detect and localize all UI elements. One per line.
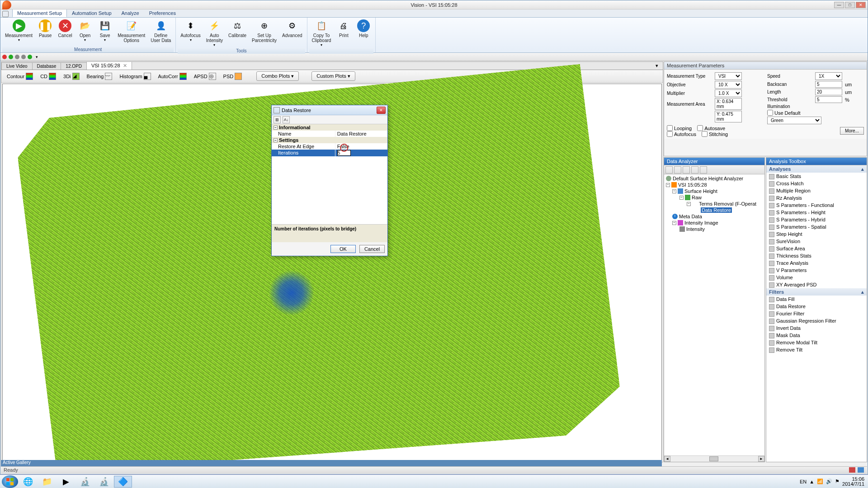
h-scrollbar[interactable]: ◄► xyxy=(664,455,764,462)
minimize-button[interactable]: — xyxy=(834,2,844,8)
da-tool-icon[interactable] xyxy=(665,166,673,174)
categorize-icon[interactable]: ⊞ xyxy=(274,116,281,123)
tool-item[interactable]: Cross Hatch xyxy=(766,180,867,187)
custom-plots-button[interactable]: Custom Plots ▾ xyxy=(311,71,355,81)
measurement-button[interactable]: ▶Measurement▾ xyxy=(2,19,35,47)
tab-preferences[interactable]: Preferences xyxy=(144,9,181,17)
systray-icon[interactable]: ⚑ xyxy=(835,479,840,484)
prop-row-name[interactable]: NameData Restore xyxy=(272,131,387,137)
save-button[interactable]: 💾Save▾ xyxy=(95,19,115,47)
autofocus-check[interactable]: Autofocus xyxy=(667,131,696,137)
doc-tab-live-video[interactable]: Live Video xyxy=(1,62,33,70)
advanced-button[interactable]: ⚙Advanced xyxy=(279,19,305,48)
close-tab-icon[interactable]: ✕ xyxy=(123,63,127,68)
tool-item[interactable]: Data Fill xyxy=(766,296,867,303)
autosave-check[interactable]: Autosave xyxy=(697,125,725,131)
objective-select[interactable]: 10 X xyxy=(715,81,742,89)
length-input[interactable] xyxy=(815,89,842,95)
maximize-button[interactable]: □ xyxy=(845,2,855,8)
dot-icon[interactable] xyxy=(15,55,19,59)
tool-item[interactable]: S Parameters - Height xyxy=(766,209,867,216)
tree-root[interactable]: Default Surface Height Analyzer xyxy=(665,175,764,182)
tool-item[interactable]: V Parameters xyxy=(766,267,867,274)
tool-item[interactable]: Trace Analysis xyxy=(766,259,867,267)
tool-item[interactable]: Gaussian Regression Filter xyxy=(766,317,867,324)
ok-button[interactable]: OK xyxy=(330,245,356,253)
tool-item[interactable]: Surface Area xyxy=(766,245,867,252)
taskbar-explorer[interactable]: 📁 xyxy=(38,476,56,488)
cancel-dialog-button[interactable]: Cancel xyxy=(359,245,385,253)
tree-surface-height[interactable]: −Surface Height xyxy=(665,188,764,194)
auto-intensity-button[interactable]: ⚡Auto Intensity▾ xyxy=(203,19,226,48)
taskbar-ie[interactable]: 🌐 xyxy=(19,476,37,488)
start-button[interactable] xyxy=(2,475,18,488)
qat-dropdown[interactable]: ▾ xyxy=(36,55,38,59)
help-button[interactable]: ?Help xyxy=(354,19,373,48)
tool-item[interactable]: Data Restore xyxy=(766,303,867,310)
speed-select[interactable]: 1X xyxy=(815,72,842,80)
tab-automation-setup[interactable]: Automation Setup xyxy=(67,9,116,17)
tabs-dropdown[interactable]: ▾ xyxy=(656,63,662,69)
da-tool-icon[interactable] xyxy=(700,166,707,174)
define-user-data-button[interactable]: 👤Define User Data xyxy=(148,19,174,47)
da-tool-icon[interactable] xyxy=(674,166,681,174)
tool-item[interactable]: Volume xyxy=(766,274,867,281)
qat-button[interactable] xyxy=(2,11,9,17)
tool-item[interactable]: Thickness Stats xyxy=(766,252,867,259)
tab-measurement-setup[interactable]: Measurement Setup xyxy=(12,9,67,17)
systray-clock[interactable]: 15:06 2014/7/11 xyxy=(842,477,864,487)
tool-item[interactable]: SureVision xyxy=(766,238,867,245)
print-button[interactable]: 🖨Print xyxy=(334,19,354,48)
tool-item[interactable]: Basic Stats xyxy=(766,173,867,180)
tree-meta-data[interactable]: iMeta Data xyxy=(665,213,764,220)
dot-icon[interactable] xyxy=(9,55,13,59)
apsd-button[interactable]: APSD◎ xyxy=(192,72,218,81)
illumination-select[interactable]: Green xyxy=(767,117,821,124)
filters-section[interactable]: Filters▴ xyxy=(766,288,867,296)
tool-item[interactable]: Rz Analysis xyxy=(766,194,867,202)
analyses-section[interactable]: Analyses▴ xyxy=(766,165,867,173)
parcentricity-button[interactable]: ⊕Set Up Parcentricity xyxy=(249,19,279,48)
close-button[interactable]: ✕ xyxy=(856,2,866,8)
tree-raw[interactable]: −Raw xyxy=(665,194,764,201)
3di-button[interactable]: 3Di◢ xyxy=(61,72,81,81)
tree-intensity[interactable]: Intensity xyxy=(665,226,764,232)
status-icon[interactable] xyxy=(849,467,855,473)
taskbar-media[interactable]: ▶ xyxy=(57,476,75,488)
systray-flag-icon[interactable]: ▲ xyxy=(809,479,814,484)
backscan-input[interactable] xyxy=(815,81,842,88)
stitching-check[interactable]: Stitching xyxy=(702,131,728,137)
tree-terms-removal[interactable]: −Terms Removal (F-Operat xyxy=(665,201,764,207)
measurement-type-select[interactable]: VSI xyxy=(715,72,742,80)
systray-lang[interactable]: EN xyxy=(800,479,807,484)
prop-category-settings[interactable]: −Settings xyxy=(272,137,387,143)
taskbar-app1[interactable]: 🔬 xyxy=(76,476,94,488)
doc-tab-opd[interactable]: 12.OPD xyxy=(61,62,87,70)
cancel-button[interactable]: ✕Cancel xyxy=(55,19,75,47)
looping-check[interactable]: Looping xyxy=(667,125,692,131)
tool-item[interactable]: S Parameters - Spatial xyxy=(766,223,867,230)
autofocus-button[interactable]: ⬍Autofocus▾ xyxy=(178,19,203,48)
combo-plots-button[interactable]: Combo Plots ▾ xyxy=(256,71,299,81)
prop-row-iterations[interactable]: Iterations xyxy=(272,150,387,156)
tool-item[interactable]: Fourier Filter xyxy=(766,310,867,317)
tree-intensity-image[interactable]: −Intensity Image xyxy=(665,220,764,226)
pause-button[interactable]: ❚❚Pause xyxy=(35,19,55,47)
tree-data-restore[interactable]: Data Restore xyxy=(665,207,764,213)
status-icon[interactable] xyxy=(858,467,864,473)
iterations-input[interactable] xyxy=(337,150,351,156)
copy-clipboard-button[interactable]: 📋Copy To Clipboard▾ xyxy=(309,19,334,48)
more-button[interactable]: More... xyxy=(840,127,864,135)
tool-item[interactable]: S Parameters - Hybrid xyxy=(766,216,867,223)
tool-item[interactable]: Remove Modal Tilt xyxy=(766,339,867,346)
da-tool-icon[interactable] xyxy=(683,166,690,174)
tree-dataset[interactable]: −VSI 15:05:28 xyxy=(665,182,764,188)
prop-row-restore-edge[interactable]: Restore At EdgeFalse xyxy=(272,143,387,150)
measurement-options-button[interactable]: 📝Measurement Options xyxy=(115,19,148,47)
doc-tab-database[interactable]: Database xyxy=(32,62,61,70)
tool-item[interactable]: Mask Data xyxy=(766,332,867,339)
active-gallery-bar[interactable]: Active Gallery xyxy=(1,460,662,466)
dot-icon[interactable] xyxy=(2,55,7,59)
autocorr-button[interactable]: AutoCorr xyxy=(156,72,189,81)
dot-icon[interactable] xyxy=(21,55,26,59)
